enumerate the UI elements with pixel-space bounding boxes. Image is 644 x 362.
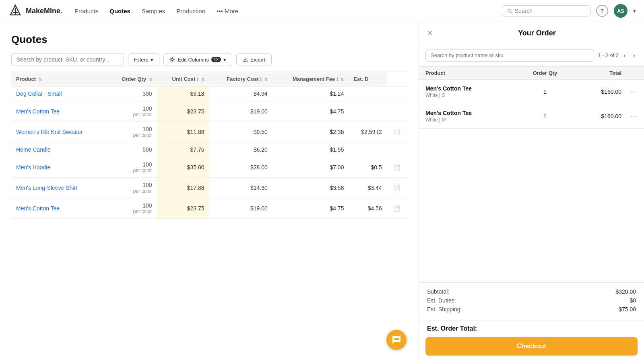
order-search-input[interactable] [425, 49, 594, 62]
pagination-text: 1 - 2 of 2 [598, 52, 619, 58]
mgmt-fee: $7.00 [272, 157, 349, 178]
doc-icon[interactable]: 📄 [387, 122, 407, 142]
order-qty: 100per color [107, 178, 157, 198]
est-d: $3.44 [349, 178, 386, 198]
duties-row: Est. Duties: $0 [427, 297, 636, 304]
col-product[interactable]: Product ⇅ [11, 72, 107, 86]
order-col-product: Product [425, 70, 521, 76]
global-search-box[interactable] [502, 5, 590, 16]
table-row: Men's Cotton Tee 100per color $23.75 $19… [11, 101, 407, 122]
filters-button[interactable]: Filters ▾ [128, 53, 159, 66]
factory-cost: $6.20 [209, 142, 272, 157]
est-d [349, 101, 386, 122]
mgmt-fee: $1.24 [272, 86, 349, 101]
factory-cost: $19.00 [209, 101, 272, 122]
order-header: ✕ Your Order [419, 22, 644, 44]
product-name[interactable]: Dog Collar - Small [11, 86, 107, 101]
est-d: $2.59 (2 [349, 122, 386, 142]
factory-cost: $14.30 [209, 178, 272, 198]
order-item-product: Men's Cotton Tee White | M [425, 110, 521, 123]
product-name[interactable]: Men's Hoodie [11, 157, 107, 178]
header: MakeMine. Products Quotes Samples Produc… [0, 0, 644, 22]
logo[interactable]: MakeMine. [8, 4, 62, 18]
est-d [349, 142, 386, 157]
nav-samples[interactable]: Samples [142, 8, 165, 14]
mgmt-fee: $4.75 [272, 101, 349, 122]
avatar[interactable]: AS [614, 4, 627, 18]
unit-cost: $17.88 [157, 178, 209, 198]
quotes-search-input[interactable] [11, 53, 124, 66]
pagination-next[interactable]: › [631, 51, 638, 60]
export-button[interactable]: Export [236, 53, 272, 66]
nav-products[interactable]: Products [74, 8, 98, 14]
est-d [349, 86, 386, 101]
subtotal-label: Subtotal: [427, 288, 449, 295]
order-item-more[interactable]: ··· [621, 88, 638, 96]
shipping-value: $75.00 [619, 306, 636, 313]
col-unit-cost[interactable]: Unit Cost ℹ ⇅ [157, 72, 209, 86]
order-qty: 100per color [107, 157, 157, 178]
toolbar: Filters ▾ Edit Columns 13 ▾ Export [11, 53, 407, 66]
product-name[interactable]: Men's Cotton Tee [11, 101, 107, 122]
order-summary: Subtotal: $320.00 Est. Duties: $0 Est. S… [419, 282, 644, 321]
chat-fab-button[interactable] [386, 330, 407, 350]
order-table-header: Product Order Qty Total [419, 67, 644, 80]
nav-production[interactable]: Production [176, 8, 205, 14]
product-name[interactable]: Men's Cotton Tee [11, 198, 107, 219]
unit-cost: $23.75 [157, 198, 209, 219]
doc-icon[interactable]: 📄 [387, 178, 407, 198]
checkout-button[interactable]: Checkout [425, 337, 638, 356]
order-item-more[interactable]: ··· [621, 112, 638, 121]
filters-chevron: ▾ [151, 57, 153, 63]
subtotal-row: Subtotal: $320.00 [427, 288, 636, 295]
logo-text: MakeMine. [26, 7, 62, 15]
close-order-button[interactable]: ✕ [427, 29, 433, 37]
mgmt-fee: $3.58 [272, 178, 349, 198]
avatar-chevron[interactable]: ▾ [633, 8, 636, 14]
edit-columns-label: Edit Columns [178, 57, 208, 63]
gear-icon [169, 57, 175, 62]
filters-label: Filters [134, 57, 148, 63]
doc-icon[interactable]: 📄 [387, 157, 407, 178]
unit-cost: $6.18 [157, 86, 209, 101]
est-d: $0.5 [349, 157, 386, 178]
product-name[interactable]: Men's Long-Sleeve Shirt [11, 178, 107, 198]
order-item: Men's Cotton Tee White | S 1 $160.00 ··· [419, 80, 644, 104]
table-row: Men's Cotton Tee 100per color $23.75 $19… [11, 198, 407, 219]
table-row: Dog Collar - Small 300 $6.18 $4.94 $1.24 [11, 86, 407, 101]
factory-cost: $19.00 [209, 198, 272, 219]
col-mgmt-fee[interactable]: Management Fee ℹ ⇅ [272, 72, 349, 86]
order-item-total: $160.00 [569, 88, 621, 95]
est-d: $4.56 [349, 198, 386, 219]
product-name[interactable]: Home Candle [11, 142, 107, 157]
order-item-variant: White | S [425, 93, 521, 98]
col-est-d[interactable]: Est. D [349, 72, 386, 86]
pagination-prev[interactable]: ‹ [621, 51, 628, 60]
order-qty: 100per color [107, 122, 157, 142]
col-order-qty[interactable]: Order Qty ⇅ [107, 72, 157, 86]
quotes-table-wrapper: Product ⇅ Order Qty ⇅ Unit Cost ℹ ⇅ Fact… [11, 72, 407, 362]
table-row: Men's Long-Sleeve Shirt 100per color $17… [11, 178, 407, 198]
product-name[interactable]: Women's Rib Knit Sweater [11, 122, 107, 142]
order-item-qty: 1 [521, 113, 569, 119]
svg-point-5 [171, 58, 173, 60]
header-right: ? AS ▾ [502, 4, 636, 18]
doc-icon-empty [387, 101, 407, 122]
logo-icon [8, 4, 23, 18]
edit-columns-button[interactable]: Edit Columns 13 ▾ [163, 53, 232, 66]
global-search-input[interactable] [515, 8, 585, 14]
unit-cost: $7.75 [157, 142, 209, 157]
help-button[interactable]: ? [596, 5, 608, 17]
mgmt-fee: $2.38 [272, 122, 349, 142]
order-item-product: Men's Cotton Tee White | S [425, 85, 521, 98]
order-item-total: $160.00 [569, 113, 621, 119]
svg-line-4 [511, 12, 512, 13]
quotes-table: Product ⇅ Order Qty ⇅ Unit Cost ℹ ⇅ Fact… [11, 72, 407, 219]
duties-value: $0 [630, 297, 636, 304]
doc-icon[interactable]: 📄 [387, 198, 407, 219]
factory-cost: $9.50 [209, 122, 272, 142]
nav-more[interactable]: ••• More [217, 8, 238, 14]
shipping-row: Est. Shipping: $75.00 [427, 306, 636, 313]
col-factory-cost[interactable]: Factory Cost ℹ ⇅ [209, 72, 272, 86]
nav-quotes[interactable]: Quotes [109, 8, 130, 14]
